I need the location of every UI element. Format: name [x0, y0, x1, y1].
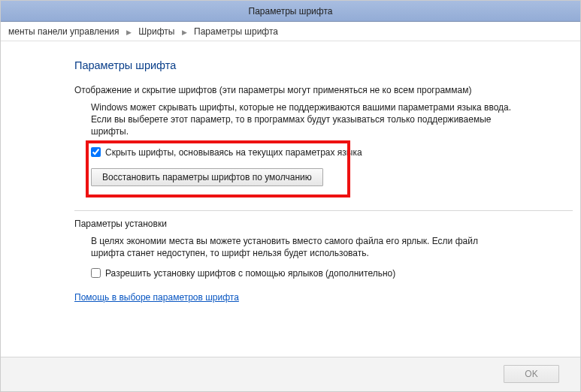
- section-install-title: Параметры установки: [74, 219, 573, 229]
- window-title: Параметры шрифта: [249, 6, 333, 17]
- window-titlebar: Параметры шрифта: [1, 1, 580, 22]
- hide-fonts-checkbox[interactable]: [91, 147, 101, 157]
- dialog-footer: OK: [1, 357, 580, 391]
- section-display-hide-description: Windows может скрывать шрифты, которые н…: [91, 101, 512, 138]
- chevron-right-icon: ▶: [182, 23, 187, 42]
- allow-shortcut-install-label[interactable]: Разрешить установку шрифтов с помощью яр…: [105, 268, 395, 279]
- chevron-right-icon: ▶: [126, 23, 132, 42]
- section-divider: [74, 210, 573, 211]
- content-area: Параметры шрифта Отображение и скрытие ш…: [1, 41, 580, 357]
- page-title: Параметры шрифта: [74, 59, 573, 71]
- breadcrumb-item-1[interactable]: менты панели управления: [8, 26, 120, 37]
- allow-shortcut-install-checkbox[interactable]: [91, 268, 101, 278]
- breadcrumb-item-2[interactable]: Шрифты: [138, 26, 174, 37]
- allow-shortcut-install-row: Разрешить установку шрифтов с помощью яр…: [91, 268, 573, 279]
- help-link[interactable]: Помощь в выборе параметров шрифта: [74, 292, 239, 303]
- hide-fonts-label[interactable]: Скрыть шрифты, основываясь на текущих па…: [105, 147, 362, 158]
- breadcrumb: менты панели управления ▶ Шрифты ▶ Парам…: [1, 22, 580, 41]
- section-install-description: В целях экономии места вы можете установ…: [91, 235, 512, 259]
- restore-defaults-button[interactable]: Восстановить параметры шрифтов по умолча…: [91, 168, 323, 186]
- section-display-hide-title: Отображение и скрытие шрифтов (эти парам…: [74, 85, 573, 95]
- ok-button[interactable]: OK: [504, 365, 559, 383]
- hide-fonts-checkbox-row: Скрыть шрифты, основываясь на текущих па…: [91, 147, 573, 158]
- breadcrumb-item-3: Параметры шрифта: [194, 26, 278, 37]
